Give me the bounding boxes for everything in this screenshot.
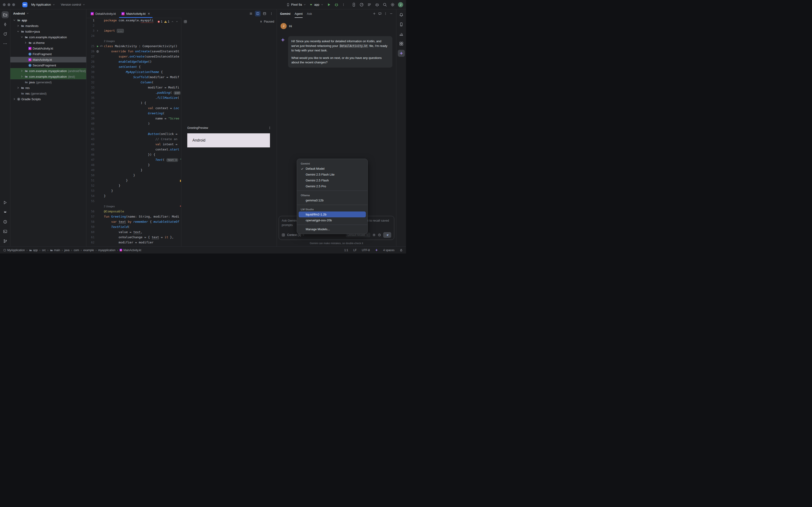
run-configuration-selector[interactable]: app <box>309 3 323 6</box>
profiler-icon[interactable] <box>359 3 364 7</box>
tree-item-java[interactable]: java (generated) <box>10 79 86 85</box>
prompt-history-icon[interactable] <box>378 233 381 237</box>
folded-code[interactable]: ... <box>117 29 124 33</box>
tree-item-res[interactable]: res (generated) <box>10 91 86 96</box>
line-number[interactable]: 62 <box>87 240 94 245</box>
tree-item-ui-theme[interactable]: ui.theme <box>10 40 86 46</box>
usages-hint[interactable]: 2 Usages <box>104 205 115 208</box>
tree-item-mainactivity-kt[interactable]: KMainActivity.kt <box>10 57 86 62</box>
new-chat-icon[interactable] <box>373 12 376 15</box>
code-line[interactable]: 60 value = text, <box>87 230 181 235</box>
line-number[interactable]: 49 <box>87 168 94 173</box>
breadcrumb-item[interactable]: main <box>50 248 60 252</box>
editor-more-button[interactable] <box>268 11 274 16</box>
problems-tool-button[interactable] <box>2 218 9 225</box>
code-line[interactable]: 26 override fun onCreate(savedInstanceSt <box>87 49 181 54</box>
tree-item-kotlin-java[interactable]: kotlin+java <box>10 29 86 34</box>
tree-item-com-example-myapplication[interactable]: com.example.myapplication (androidTest) <box>10 68 86 74</box>
tree-item-app[interactable]: app <box>10 17 86 23</box>
code-line[interactable]: 47 Text( text = "G <box>87 157 181 162</box>
code-line[interactable]: 24 <box>87 33 181 39</box>
model-option-gemini-2-5-pro[interactable]: Gemini 2.5 Pro <box>299 183 366 189</box>
resource-manager-tool-button[interactable] <box>398 40 405 47</box>
chat-history-icon[interactable] <box>378 12 382 15</box>
line-number[interactable]: 27 <box>87 54 94 59</box>
line-number[interactable]: 47 <box>87 157 94 162</box>
code-line[interactable]: 48 } <box>87 162 181 168</box>
code-line[interactable]: 54} <box>87 193 181 199</box>
line-number[interactable]: 41 <box>87 126 94 131</box>
project-view-selector[interactable]: Android <box>10 9 86 17</box>
breadcrumb-item[interactable]: myapplication <box>98 248 115 252</box>
preview-canvas[interactable]: Android <box>187 133 270 148</box>
file-encoding[interactable]: UTF-8 <box>362 248 370 252</box>
window-zoom-button[interactable] <box>12 3 15 6</box>
indent-config[interactable]: 4 spaces <box>383 248 395 252</box>
user-avatar[interactable]: J <box>398 2 403 7</box>
model-option-gemini-2-5-flash-lite[interactable]: Gemini 2.5 Flash Lite <box>299 172 366 177</box>
model-option-gemini-2-5-flash[interactable]: Gemini 2.5 Flash <box>299 177 366 183</box>
next-issue-icon[interactable] <box>175 20 178 23</box>
chevron-right-icon[interactable] <box>20 75 23 78</box>
line-number[interactable]: 50 <box>87 173 94 178</box>
scrollbar-error-mark[interactable] <box>180 206 181 207</box>
code-line[interactable]: 44 val intent = <box>87 142 181 147</box>
chevron-right-icon[interactable] <box>13 97 16 101</box>
line-number[interactable]: 57 <box>87 214 94 219</box>
code-line[interactable]: 34 .padding( pad <box>87 90 181 95</box>
breadcrumb-item[interactable]: MyApplication <box>3 248 25 252</box>
line-number[interactable]: 53 <box>87 188 94 193</box>
preview-more-icon[interactable] <box>268 126 271 129</box>
line-number[interactable]: 28 <box>87 59 94 64</box>
hide-panel-icon[interactable] <box>390 12 393 15</box>
more-tools-tool-button[interactable] <box>2 40 9 47</box>
chevron-right-icon[interactable] <box>16 86 20 90</box>
breadcrumb-item[interactable]: app <box>29 248 38 252</box>
override-icon[interactable] <box>96 50 99 53</box>
model-option-liquid-lfm2-1-2b[interactable]: liquid/lfm2-1.2b <box>299 212 366 217</box>
code-line[interactable]: 28 enableEdgeToEdge() <box>87 59 181 64</box>
line-number[interactable]: 54 <box>87 193 94 199</box>
line-number[interactable]: 56 <box>87 209 94 214</box>
code-line[interactable]: 53 } <box>87 188 181 193</box>
chevron-down-icon[interactable] <box>16 30 20 33</box>
logcat-tool-button[interactable] <box>2 209 9 216</box>
line-number[interactable]: 60 <box>87 230 94 235</box>
caret-position[interactable]: 1:1 <box>344 248 348 252</box>
code-line[interactable]: 25</>class MainActivity : ComponentActiv… <box>87 44 181 49</box>
code-line[interactable]: 50 } <box>87 173 181 178</box>
version-control-menu[interactable]: Version control <box>59 2 87 7</box>
code-line[interactable]: 56@Composable <box>87 209 181 214</box>
line-number[interactable]: 61 <box>87 235 94 240</box>
line-number[interactable]: 2 <box>87 23 94 28</box>
tree-item-secondfragment[interactable]: CSecondFragment <box>10 62 86 68</box>
project-tool-button[interactable] <box>2 11 9 18</box>
code-line[interactable]: 30 MyApplicationTheme { <box>87 69 181 75</box>
code-line[interactable]: 46 }) { <box>87 152 181 157</box>
tab-agent[interactable]: Agent <box>295 9 303 18</box>
code-line[interactable]: 2 <box>87 23 181 28</box>
code-line[interactable]: 29 setContent { <box>87 64 181 69</box>
line-number[interactable]: 25 <box>87 44 94 49</box>
context-icon[interactable] <box>282 233 285 237</box>
model-option-default-model[interactable]: Default Model <box>299 166 366 172</box>
window-minimize-button[interactable] <box>7 3 10 6</box>
chevron-down-icon[interactable] <box>13 18 16 22</box>
line-number[interactable]: 59 <box>87 224 94 230</box>
notifications-tool-button[interactable] <box>398 11 405 18</box>
scrollbar-warning-mark[interactable] <box>180 180 181 182</box>
usages-hint[interactable]: 2 Usages <box>104 40 115 43</box>
line-number[interactable]: 26 <box>87 49 94 54</box>
model-option-gemma3-12b[interactable]: gemma3:12b <box>299 198 366 203</box>
line-number[interactable]: 35 <box>87 95 94 101</box>
line-number[interactable]: 46 <box>87 152 94 157</box>
device-mirroring-icon[interactable] <box>352 3 356 7</box>
lock-icon[interactable] <box>400 248 403 251</box>
breadcrumb-item[interactable]: com <box>74 248 79 252</box>
code-view-button[interactable] <box>248 11 254 16</box>
panel-more-icon[interactable] <box>384 12 387 15</box>
code-line[interactable]: 57fun Greeting(name: String, modifier: M… <box>87 214 181 219</box>
line-number[interactable]: 51 <box>87 178 94 183</box>
sync-tool-button[interactable] <box>2 31 9 38</box>
commit-tool-button[interactable] <box>2 21 9 28</box>
